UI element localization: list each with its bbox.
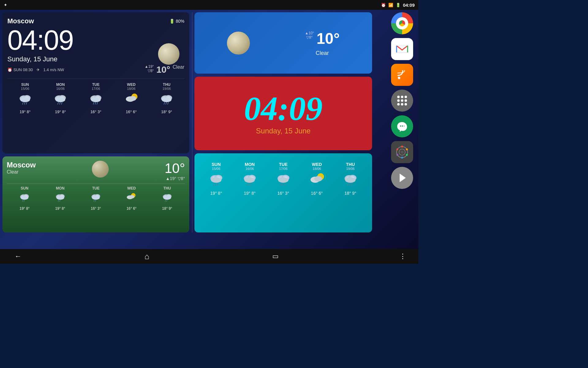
widget1-temp-section: ▲19° ▽8° 10° Clear — [145, 64, 184, 75]
widget2-moon — [227, 32, 250, 55]
forecast-icon-0 — [7, 93, 43, 107]
nav-home-button[interactable]: ⌂ — [142, 249, 152, 264]
widget1-current-temp: 10° — [156, 64, 170, 75]
svg-line-61 — [251, 183, 251, 186]
svg-rect-80 — [400, 125, 401, 127]
widget1-city: Moscow — [7, 17, 34, 25]
app-rss[interactable] — [391, 64, 413, 86]
svg-point-89 — [401, 157, 403, 159]
svg-point-73 — [345, 177, 356, 183]
widget4-forecast: SUN 19° 8° MON 19° 8° TUE — [7, 183, 185, 211]
forecast-icon-1 — [43, 93, 78, 107]
widget5-forecast: SUN 15/06 19° 8° MON 16/06 19° 8° TUE 17… — [199, 162, 367, 196]
alarm-icon: ⏰ — [381, 3, 386, 7]
w5-forecast-3: WED 18/06 16° 6° — [300, 162, 334, 196]
forecast-day-2: TUE 17/06 16° 3° — [78, 82, 114, 114]
svg-line-4 — [24, 102, 25, 105]
widget1-alarm-wind: ⏰ SUN 08:30 ✈ 1.4 m/s NW — [7, 67, 64, 72]
nav-menu-button[interactable]: ⋮ — [399, 252, 406, 260]
widget4-temp-range: ▲19° ▽8° — [164, 176, 185, 181]
svg-point-23 — [162, 97, 172, 102]
separator-line — [192, 12, 192, 232]
status-right: ⏰ 📶 🔋 04:09 — [381, 2, 415, 8]
status-left: ✦ — [4, 2, 7, 7]
widget2-temp-section: ▲10° ▽8° 10° Clear — [305, 30, 340, 56]
widget-blue-weather: ▲10° ▽8° 10° Clear — [194, 12, 372, 74]
svg-line-75 — [349, 183, 350, 186]
w4-forecast-1: MON 19° 8° — [42, 186, 78, 211]
svg-point-79 — [398, 77, 400, 79]
svg-line-25 — [166, 102, 167, 105]
svg-point-86 — [401, 146, 403, 148]
app-hangouts[interactable] — [391, 115, 413, 137]
svg-line-55 — [217, 183, 218, 186]
svg-line-35 — [58, 200, 59, 201]
widget3-time: 04:09 — [244, 92, 323, 125]
app-play-button[interactable] — [391, 167, 413, 189]
svg-line-66 — [282, 183, 283, 186]
svg-line-54 — [215, 183, 216, 186]
svg-point-2 — [20, 97, 30, 102]
widget2-high: ▲10° — [305, 31, 314, 35]
widget-beach-weather: Moscow Clear 10° ▲19° ▽8° SUN — [2, 156, 189, 232]
wifi-icon: 📶 — [388, 3, 393, 7]
svg-point-29 — [21, 196, 28, 200]
widget4-moon — [92, 161, 109, 178]
nav-back-button[interactable]: ← — [12, 250, 24, 263]
widget1-alarm: SUN 08:30 — [13, 67, 33, 72]
w5-forecast-4: THU 19/06 18° 9° — [334, 162, 367, 196]
background: Moscow 🔋 80% 04:09 Sunday, 15 June ⏰ SUN… — [0, 10, 418, 249]
widget-clock-weather: Moscow 🔋 80% 04:09 Sunday, 15 June ⏰ SUN… — [2, 12, 189, 153]
svg-line-26 — [168, 102, 168, 105]
w5-forecast-2: TUE 17/06 16° 3° — [266, 162, 300, 196]
status-bar: ✦ ⏰ 📶 🔋 04:09 — [0, 0, 418, 10]
svg-line-36 — [59, 200, 60, 201]
widget2-condition: Clear — [305, 50, 340, 56]
widget2-temp-row: ▲10° ▽8° 10° — [305, 30, 340, 48]
svg-point-34 — [56, 196, 64, 200]
svg-point-8 — [55, 97, 65, 102]
svg-point-20 — [129, 96, 136, 101]
battery-percent: 80% — [176, 19, 184, 24]
w4-forecast-4: THU 18° 9° — [149, 186, 185, 211]
app-camera[interactable] — [391, 141, 413, 163]
widget4-temp: 10° — [164, 161, 185, 176]
widget1-time-display: 04:09 — [7, 26, 73, 54]
app-gmail[interactable] — [391, 38, 413, 60]
svg-line-40 — [94, 200, 94, 201]
widget-teal-forecast: SUN 15/06 19° 8° MON 16/06 19° 8° TUE 17… — [194, 153, 372, 232]
svg-rect-81 — [402, 125, 403, 127]
svg-line-5 — [26, 102, 27, 105]
widget1-temp-range: ▲19° ▽8° — [145, 64, 154, 73]
widget1-moon — [158, 43, 179, 65]
svg-line-16 — [95, 102, 96, 105]
widget4-temp-section: 10° ▲19° ▽8° — [164, 161, 185, 181]
svg-rect-82 — [404, 125, 405, 127]
widget1-forecast: SUN 15/06 19° 8° MON 16/06 19° 8° TUE 17… — [7, 79, 184, 114]
widget4-content: Moscow Clear 10° ▲19° ▽8° SUN — [7, 161, 185, 211]
svg-point-39 — [92, 196, 100, 200]
status-time: 04:09 — [403, 2, 415, 8]
widget2-low: ▽8° — [305, 35, 314, 40]
forecast-day-4: THU 19/06 18° 9° — [149, 82, 184, 114]
svg-line-59 — [247, 183, 248, 186]
nav-recents-button[interactable]: ▭ — [270, 250, 281, 263]
app-launcher[interactable] — [391, 90, 413, 112]
svg-line-24 — [164, 102, 165, 105]
svg-point-70 — [314, 176, 322, 182]
forecast-day-3: WED 18/06 16° 6° — [114, 82, 149, 114]
w4-forecast-2: TUE 16° 3° — [78, 186, 114, 211]
widget4-city: Moscow — [7, 161, 36, 169]
svg-line-30 — [22, 200, 23, 201]
forecast-icon-4 — [149, 93, 184, 107]
app-chrome[interactable] — [391, 12, 413, 34]
widget2-temp: 10° — [317, 30, 340, 48]
svg-line-41 — [95, 200, 96, 201]
widget4-city-section: Moscow Clear — [7, 161, 36, 175]
widget-red-clock: 04:09 Sunday, 15 June — [194, 77, 372, 150]
svg-line-15 — [93, 102, 94, 105]
svg-line-76 — [351, 183, 352, 186]
widget4-header: Moscow Clear 10° ▲19° ▽8° — [7, 161, 185, 181]
w5-forecast-1: MON 16/06 19° 8° — [233, 162, 267, 196]
widget1-low: ▽8° — [145, 69, 154, 73]
